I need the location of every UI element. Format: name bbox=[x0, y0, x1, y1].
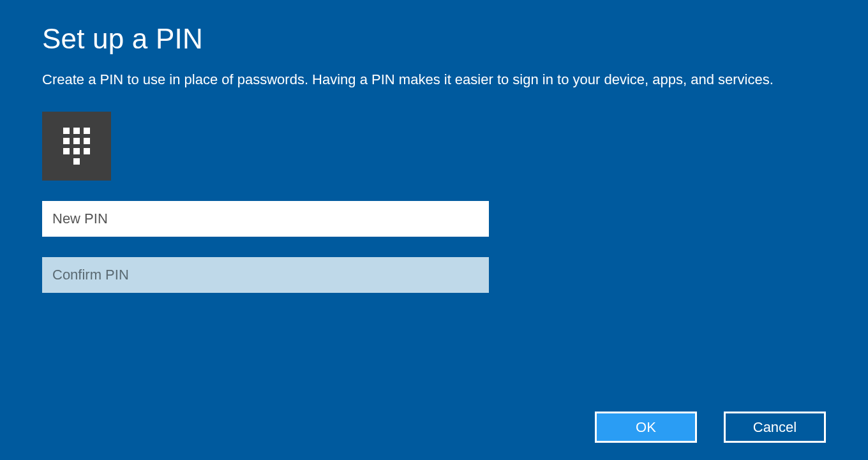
button-row: OK Cancel bbox=[595, 412, 826, 443]
page-description: Create a PIN to use in place of password… bbox=[42, 70, 795, 90]
pin-icon-box bbox=[42, 112, 111, 181]
keypad-icon bbox=[63, 128, 90, 165]
ok-button[interactable]: OK bbox=[595, 412, 697, 443]
cancel-button[interactable]: Cancel bbox=[724, 412, 826, 443]
confirm-pin-input[interactable] bbox=[42, 257, 489, 293]
page-title: Set up a PIN bbox=[42, 23, 826, 55]
new-pin-input[interactable] bbox=[42, 201, 489, 237]
